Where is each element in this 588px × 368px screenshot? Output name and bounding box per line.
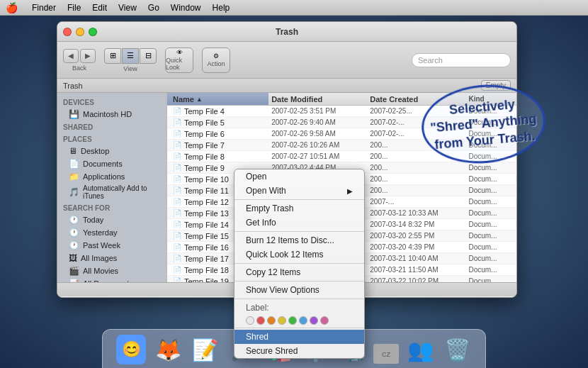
menu-item-copy[interactable]: Copy 12 Items <box>234 265 364 279</box>
menu-item-burn[interactable]: Burn 12 Items to Disc... <box>234 233 364 247</box>
label-blue[interactable] <box>299 316 307 325</box>
sidebar-item-alldocs[interactable]: 📑 All Documents <box>57 277 166 282</box>
separator-6 <box>234 328 364 328</box>
column-view-button[interactable]: ⊟ <box>140 48 157 64</box>
nav-section: ◀ ▶ Back <box>63 49 96 72</box>
sidebar-item-macintosh[interactable]: 💾 Macintosh HD <box>57 108 166 121</box>
label-dots[interactable] <box>234 315 364 326</box>
label-red[interactable] <box>256 316 265 325</box>
menu-item-quicklook[interactable]: Quick Look 12 Items <box>234 247 364 262</box>
file-icon: 📄 <box>173 175 181 183</box>
file-created: 2007-... <box>367 198 465 206</box>
view-menu[interactable]: View <box>118 3 137 13</box>
file-name: Temp File 5 <box>184 118 225 127</box>
label-green[interactable] <box>288 316 297 325</box>
svg-text:😊: 😊 <box>122 340 142 359</box>
separator-5 <box>234 299 364 299</box>
window-controls <box>63 28 97 36</box>
dock-trash[interactable]: 🗑️ <box>440 333 474 367</box>
quicklook-label: Quick Look <box>166 57 193 71</box>
forward-button[interactable]: ▶ <box>80 49 96 63</box>
file-created: 2007-03-20 4:39 PM <box>367 243 465 251</box>
file-icon: 📄 <box>173 243 181 251</box>
maximize-button[interactable] <box>89 28 97 36</box>
dock-directory[interactable]: 👥 <box>403 333 437 367</box>
menu-item-label-text: Label: <box>234 301 364 315</box>
name-column-header[interactable]: Name ▲ <box>167 93 268 105</box>
file-icon: 📄 <box>173 255 181 262</box>
file-name: Temp File 10 <box>184 175 229 184</box>
documents-icon: 📄 <box>69 159 79 169</box>
window-menu[interactable]: Window <box>171 3 201 13</box>
file-icon: 📄 <box>173 266 181 274</box>
edit-menu[interactable]: Edit <box>92 3 107 13</box>
alldocs-icon: 📑 <box>69 279 79 282</box>
close-button[interactable] <box>63 28 72 36</box>
search-box[interactable]: Search <box>412 53 511 67</box>
sidebar-item-pastweek[interactable]: 🕐 Past Week <box>57 239 166 252</box>
title-bar: Trash <box>57 22 516 42</box>
applications-icon: 📁 <box>69 172 79 182</box>
places-header: PLACES <box>57 133 166 145</box>
label-pink[interactable] <box>320 316 329 325</box>
pastweek-label: Past Week <box>83 241 120 250</box>
file-name: Temp File 13 <box>184 209 229 218</box>
sidebar-item-yesterday[interactable]: 🕐 Yesterday <box>57 226 166 239</box>
finder-menu[interactable]: Finder <box>32 3 56 13</box>
menu-item-secure-shred[interactable]: Secure Shred <box>234 344 364 358</box>
sidebar-item-itunes[interactable]: 🎵 Automatically Add to iTunes <box>57 183 166 201</box>
back-button[interactable]: ◀ <box>63 49 79 63</box>
menu-item-getinfo[interactable]: Get Info <box>234 216 364 230</box>
sidebar-item-applications[interactable]: 📁 Applications <box>57 170 166 183</box>
go-menu[interactable]: Go <box>148 3 159 13</box>
file-modified: 2007-02-26 10:26 AM <box>268 141 367 149</box>
menu-item-viewoptions[interactable]: Show View Options <box>234 283 364 297</box>
file-created: 2007-03-12 10:33 AM <box>367 209 465 217</box>
dock-firefox[interactable]: 🦊 <box>151 333 185 367</box>
help-menu[interactable]: Help <box>213 3 230 13</box>
label-none[interactable] <box>246 316 254 325</box>
yesterday-label: Yesterday <box>83 228 118 237</box>
file-created: 200... <box>367 164 465 172</box>
file-name: Temp File 16 <box>184 243 229 252</box>
itunes-label: Automatically Add to iTunes <box>83 184 161 200</box>
file-name: Temp File 15 <box>184 232 229 240</box>
file-kind: Docum... <box>465 221 516 228</box>
file-icon: 📄 <box>173 107 181 115</box>
quicklook-button[interactable]: 👁 Quick Look <box>165 48 193 73</box>
file-menu[interactable]: File <box>67 3 81 13</box>
file-name: Temp File 19 <box>184 277 229 283</box>
action-button[interactable]: ⚙ Action <box>202 48 230 73</box>
context-menu: Open Open With▶ Empty Trash Get Info Bur… <box>234 169 365 359</box>
label-purple[interactable] <box>310 316 318 325</box>
view-section: ⊞ ☰ ⊟ View <box>104 48 157 72</box>
sidebar-item-desktop[interactable]: 🖥 Desktop <box>57 145 166 157</box>
sidebar-item-allimages[interactable]: 🖼 All Images <box>57 252 166 264</box>
file-icon: 📄 <box>173 164 181 172</box>
file-name: Temp File 8 <box>184 152 225 161</box>
sidebar-item-today[interactable]: 🕐 Today <box>57 213 166 226</box>
menu-item-empty-trash[interactable]: Empty Trash <box>234 201 364 216</box>
list-view-button[interactable]: ☰ <box>122 48 139 64</box>
menu-item-openwith[interactable]: Open With▶ <box>234 184 364 198</box>
sidebar-item-documents[interactable]: 📄 Documents <box>57 157 166 170</box>
dock-finder[interactable]: 😊 <box>114 333 148 367</box>
separator-1 <box>234 199 364 200</box>
file-modified: 2007-02-26 9:58 AM <box>268 130 367 138</box>
menu-item-open[interactable]: Open <box>234 169 364 184</box>
modified-column-header[interactable]: Date Modified <box>268 95 367 104</box>
file-name: Temp File 9 <box>184 164 225 172</box>
sidebar-item-allmovies[interactable]: 🎬 All Movies <box>57 264 166 277</box>
hd-icon: 💾 <box>69 109 79 119</box>
apple-menu[interactable]: 🍎 <box>6 2 18 13</box>
menu-item-shred[interactable]: Shred <box>234 330 364 344</box>
file-icon: 📄 <box>173 118 181 126</box>
label-orange[interactable] <box>267 316 276 325</box>
label-yellow[interactable] <box>278 316 286 325</box>
dock-stickies[interactable]: 📝 <box>188 333 222 367</box>
dock-drive2[interactable]: CZ <box>372 341 400 367</box>
icon-view-button[interactable]: ⊞ <box>104 48 121 64</box>
macintosh-label: Macintosh HD <box>83 110 132 118</box>
file-kind: Docum... <box>465 277 516 282</box>
minimize-button[interactable] <box>76 28 84 36</box>
